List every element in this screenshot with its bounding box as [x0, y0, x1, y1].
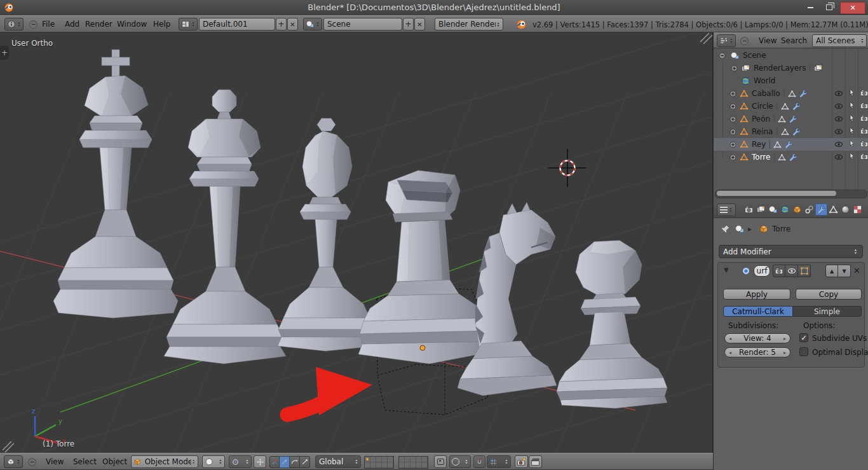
eye-icon[interactable]	[834, 127, 843, 136]
eye-icon[interactable]	[834, 140, 843, 149]
render-opengl-animation-button[interactable]	[529, 455, 542, 468]
pivot-point-select[interactable]	[229, 455, 252, 468]
outliner-row-scene[interactable]: Scene	[714, 49, 868, 62]
chess-piece-rook-selected[interactable]	[358, 170, 492, 364]
collapse-icon[interactable]	[718, 52, 726, 60]
expand-icon[interactable]	[729, 102, 737, 111]
outliner-row-object[interactable]: Reina |	[714, 125, 868, 138]
editor-type-button-3dview[interactable]	[4, 455, 23, 468]
delete-screen-button[interactable]: ✕	[287, 18, 298, 31]
view-subdivisions-field[interactable]: ◂ View: 4 ▸	[724, 333, 790, 343]
camera-render-icon[interactable]	[860, 101, 868, 110]
expand-icon[interactable]	[729, 153, 737, 162]
tab-object-data[interactable]	[827, 204, 839, 216]
add-scene-button[interactable]: +	[403, 18, 414, 31]
tab-constraints[interactable]	[803, 204, 815, 216]
menu-select[interactable]: Select	[73, 453, 97, 470]
manipulator-axis-button[interactable]	[269, 456, 280, 468]
expand-icon[interactable]	[729, 128, 737, 136]
decrement-arrow[interactable]: ◂	[729, 350, 731, 356]
scene-field[interactable]: Scene	[323, 18, 402, 31]
editor-type-button-outliner[interactable]	[717, 34, 736, 47]
manipulate-center-points-toggle[interactable]	[254, 455, 266, 468]
tab-material[interactable]	[839, 204, 851, 216]
tab-world[interactable]	[779, 204, 791, 216]
subdivide-uvs-checkbox-checked[interactable]: ✓	[799, 333, 808, 342]
menu-view[interactable]: View	[46, 453, 64, 470]
add-modifier-select[interactable]: Add Modifier	[719, 245, 863, 258]
increment-arrow[interactable]: ▸	[783, 336, 786, 342]
collapse-menus-button[interactable]	[29, 20, 37, 29]
render-engine-select[interactable]: Blender Render	[435, 18, 503, 31]
cursor-select-icon[interactable]	[848, 139, 856, 148]
copy-button[interactable]: Copy	[796, 289, 862, 300]
screen-layout-field[interactable]: Default.001	[199, 18, 275, 31]
move-modifier-up-button[interactable]: ▲	[825, 265, 838, 277]
layer-cell-active[interactable]	[365, 457, 370, 462]
outliner-row-object[interactable]: Circle |	[714, 100, 868, 113]
cursor-select-icon[interactable]	[848, 88, 856, 97]
screen-layout-icon-button[interactable]	[179, 18, 198, 31]
tab-render-layers[interactable]	[755, 204, 767, 216]
eye-icon[interactable]	[834, 89, 843, 98]
lock-to-scene-toggle[interactable]	[434, 455, 447, 468]
scrollbar-thumb[interactable]	[717, 191, 836, 196]
scene-name[interactable]: Scene	[743, 51, 766, 60]
cursor-select-icon[interactable]	[848, 127, 856, 135]
outliner-menu-search[interactable]: Search	[781, 33, 807, 49]
restore-button[interactable]	[821, 2, 837, 13]
collapse-menus-button[interactable]	[28, 458, 36, 466]
close-button[interactable]: ✕	[840, 2, 865, 14]
tab-object[interactable]	[791, 204, 803, 216]
proportional-edit-select[interactable]	[449, 455, 471, 468]
eye-icon[interactable]	[834, 102, 843, 111]
modifier-name-field[interactable]: urf	[754, 265, 770, 277]
render-opengl-button[interactable]	[515, 455, 528, 468]
outliner-row-object-selected[interactable]: Rey |	[714, 138, 868, 151]
viewport-visibility-toggle[interactable]	[785, 265, 798, 277]
panel-collapse-icon[interactable]: ▼	[724, 266, 729, 273]
subdivision-type-simple[interactable]: Simple	[793, 306, 862, 317]
chess-piece-pawn[interactable]	[557, 240, 667, 408]
delete-modifier-button[interactable]: ✕	[853, 266, 860, 275]
3d-cursor[interactable]	[548, 149, 587, 187]
optimal-display-checkbox-unchecked[interactable]	[799, 347, 808, 356]
camera-render-icon[interactable]	[860, 88, 868, 97]
object-name[interactable]: Circle	[752, 102, 773, 111]
expand-icon[interactable]	[729, 90, 737, 98]
increment-arrow[interactable]: ▸	[783, 350, 786, 356]
menu-file[interactable]: File	[42, 16, 55, 32]
eye-icon[interactable]	[834, 114, 843, 123]
add-screen-button[interactable]: +	[276, 18, 287, 31]
chess-piece-bishop[interactable]	[278, 118, 376, 351]
object-name[interactable]: Torre	[752, 153, 770, 162]
renderlayers-name[interactable]: RenderLayers	[754, 64, 806, 73]
object-name[interactable]: Rey	[752, 140, 766, 149]
viewport-3d[interactable]: z y x User Ortho (1) Torre +	[0, 32, 713, 453]
manipulator-rotate-button[interactable]	[290, 456, 300, 468]
editmode-visibility-toggle[interactable]	[798, 265, 811, 277]
outliner-row-world[interactable]: World	[714, 74, 868, 87]
expand-icon[interactable]	[729, 115, 737, 123]
tab-modifiers-active[interactable]	[815, 204, 827, 216]
layers-grid-1[interactable]	[364, 456, 394, 469]
camera-render-icon[interactable]	[860, 152, 868, 161]
object-name[interactable]: Reina	[752, 127, 773, 136]
outliner-row-object-active[interactable]: Torre |	[714, 151, 868, 163]
snap-element-select[interactable]	[487, 455, 511, 468]
subdivision-type-catmull-clark[interactable]: Catmull-Clark	[723, 306, 793, 317]
cursor-select-icon[interactable]	[848, 152, 856, 160]
manipulator-scale-button[interactable]	[300, 456, 310, 468]
camera-render-icon[interactable]	[860, 127, 868, 135]
expand-icon[interactable]	[730, 64, 738, 73]
outliner-row-object[interactable]: Caballo |	[714, 87, 868, 100]
tab-render[interactable]	[743, 204, 755, 216]
world-name[interactable]: World	[754, 76, 775, 85]
decrement-arrow[interactable]: ◂	[729, 336, 731, 342]
camera-render-icon[interactable]	[860, 114, 868, 123]
editor-type-button-info[interactable]	[4, 18, 24, 31]
scene-icon-button[interactable]	[303, 18, 322, 31]
camera-render-icon[interactable]	[860, 139, 868, 148]
pin-icon[interactable]	[721, 224, 731, 234]
snap-toggle[interactable]	[473, 455, 485, 468]
